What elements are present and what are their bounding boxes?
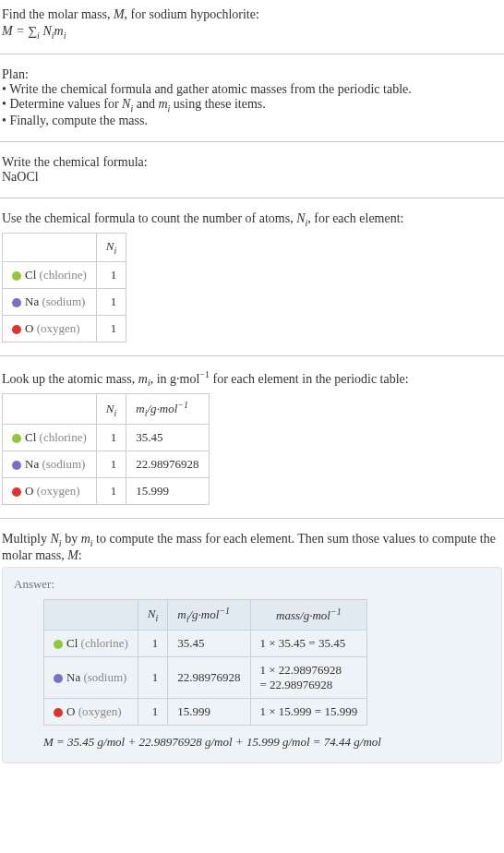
element-name: (chlorine) <box>81 636 128 650</box>
lookup-text-pre: Look up the atomic mass, <box>2 372 138 386</box>
element-symbol: Na <box>66 670 80 684</box>
mass-cell: 22.98976928 <box>168 657 250 699</box>
calc-line2: = 22.98976928 <box>260 678 333 691</box>
calc-cell: 1 × 22.98976928= 22.98976928 <box>250 657 367 699</box>
multiply-text: Multiply Ni by mi to compute the mass fo… <box>2 532 502 563</box>
intro-text-post: , for sodium hypochlorite: <box>125 7 259 21</box>
header-mass: mass/g·mol−1 <box>250 600 367 631</box>
plan-item-2-post: using these items. <box>170 97 265 111</box>
element-name: (sodium) <box>83 670 126 684</box>
plan-item-2: • Determine values for Ni and mi using t… <box>2 97 502 114</box>
table-row: Cl (chlorine) 1 35.45 1 × 35.45 = 35.45 <box>44 631 367 657</box>
swatch-na <box>54 674 63 683</box>
intro-formula: M = ∑i Nimi <box>2 24 502 41</box>
count-cell: 1 <box>96 451 126 478</box>
element-cell: O (oxygen) <box>44 699 138 726</box>
element-symbol: Cl <box>25 430 36 444</box>
element-cell: Na (sodium) <box>3 451 97 478</box>
element-cell: Cl (chlorine) <box>44 631 138 657</box>
element-name: (sodium) <box>42 457 85 471</box>
count-cell: 1 <box>96 261 126 288</box>
header-mi: mi/g·mol−1 <box>168 600 250 631</box>
element-cell: O (oxygen) <box>3 478 97 505</box>
header-element <box>3 234 97 262</box>
calc-cell: 1 × 15.999 = 15.999 <box>250 699 367 726</box>
lookup-text-m: m <box>138 372 148 386</box>
count-cell: 1 <box>96 288 126 315</box>
formula-m: m <box>54 24 64 38</box>
element-name: (chlorine) <box>40 268 87 282</box>
table-row: Na (sodium) 1 22.98976928 <box>3 451 210 478</box>
intro-section: Find the molar mass, M, for sodium hypoc… <box>0 4 504 44</box>
table-row: O (oxygen) 1 <box>3 315 126 342</box>
element-cell: Cl (chlorine) <box>3 261 97 288</box>
element-symbol: Cl <box>25 268 36 282</box>
header-mass-exp: −1 <box>330 607 342 617</box>
element-name: (sodium) <box>42 294 85 308</box>
calc-line1: 1 × 22.98976928 <box>260 663 342 677</box>
count-text-post: , for each element: <box>307 211 403 225</box>
count-text-n: N <box>296 211 305 225</box>
multiply-section: Multiply Ni by mi to compute the mass fo… <box>0 528 504 767</box>
swatch-o <box>54 708 63 717</box>
table-row: Na (sodium) 1 <box>3 288 126 315</box>
mass-cell: 15.999 <box>168 699 250 726</box>
intro-var-m: M <box>114 7 125 21</box>
swatch-na <box>12 461 21 470</box>
plan-heading: Plan: <box>2 67 502 82</box>
table-row: O (oxygen) 1 15.999 1 × 15.999 = 15.999 <box>44 699 367 726</box>
chemical-formula-heading: Write the chemical formula: <box>2 155 502 170</box>
formula-m-sub: i <box>64 30 66 41</box>
table-header-row: Ni mi/g·mol−1 <box>3 394 210 425</box>
divider <box>0 198 504 198</box>
lookup-text-mid: , in g·mol <box>150 372 200 386</box>
header-element <box>3 394 97 425</box>
element-symbol: O <box>25 321 33 335</box>
count-cell: 1 <box>138 631 167 657</box>
swatch-na <box>12 298 21 307</box>
element-cell: Na (sodium) <box>44 657 138 699</box>
mass-cell: 15.999 <box>126 478 209 505</box>
element-cell: Na (sodium) <box>3 288 97 315</box>
element-symbol: Cl <box>66 636 78 650</box>
count-cell: 1 <box>138 699 167 726</box>
lookup-table: Ni mi/g·mol−1 Cl (chlorine) 1 35.45 Na (… <box>2 393 210 505</box>
element-name: (oxygen) <box>78 704 122 718</box>
count-cell: 1 <box>96 478 126 505</box>
header-ni: Ni <box>96 394 126 425</box>
element-cell: O (oxygen) <box>3 315 97 342</box>
count-text-pre: Use the chemical formula to count the nu… <box>2 211 296 225</box>
calc-cell: 1 × 35.45 = 35.45 <box>250 631 367 657</box>
divider <box>0 54 504 54</box>
element-symbol: O <box>25 484 33 498</box>
plan-item-2-mid: and <box>133 97 158 111</box>
swatch-o <box>12 325 21 334</box>
intro-line: Find the molar mass, M, for sodium hypoc… <box>2 7 502 22</box>
element-symbol: Na <box>25 294 39 308</box>
lookup-text: Look up the atomic mass, mi, in g·mol−1 … <box>2 369 502 388</box>
divider <box>0 141 504 142</box>
count-cell: 1 <box>96 315 126 342</box>
plan-item-3: • Finally, compute the mass. <box>2 114 502 128</box>
header-m-var: m <box>136 402 144 416</box>
count-section: Use the chemical formula to count the nu… <box>0 208 504 346</box>
table-header-row: Ni <box>3 234 126 262</box>
header-m-exp: −1 <box>219 606 230 616</box>
formula-eq: = <box>13 24 28 38</box>
element-symbol: Na <box>25 457 39 471</box>
answer-box: Answer: Ni mi/g·mol−1 mass/g·mol−1 Cl (c… <box>2 567 502 763</box>
header-m-var: m <box>177 607 186 621</box>
count-cell: 1 <box>96 425 126 451</box>
element-cell: Cl (chlorine) <box>3 425 97 451</box>
plan-item-2-pre: • Determine values for <box>2 97 122 111</box>
header-n-sub: i <box>114 246 116 256</box>
header-m-unit: /g·mol <box>188 607 219 621</box>
formula-lhs: M <box>2 24 13 38</box>
multiply-text-m: m <box>81 532 90 546</box>
formula-sum: ∑ <box>28 24 37 38</box>
chemical-formula-value: NaOCl <box>2 170 502 185</box>
header-n-sub: i <box>114 407 116 417</box>
header-element <box>44 600 138 631</box>
count-text: Use the chemical formula to count the nu… <box>2 211 502 228</box>
swatch-cl <box>54 640 63 649</box>
